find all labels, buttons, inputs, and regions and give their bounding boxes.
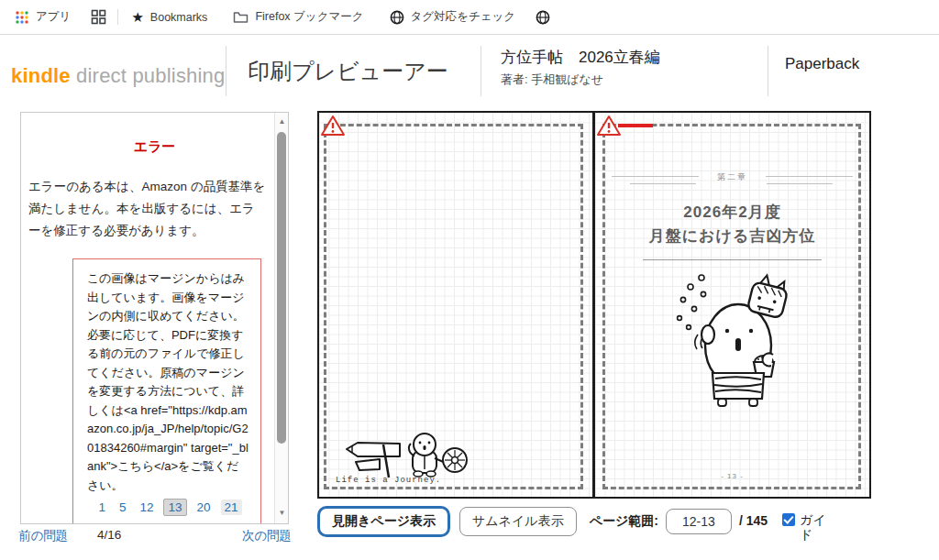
page-range-input[interactable] xyxy=(666,509,732,534)
issue-page-link-current[interactable]: 13 xyxy=(163,499,186,516)
bookmark-grid[interactable] xyxy=(91,9,106,25)
guide-toggle[interactable]: ガイド xyxy=(782,512,827,542)
bookmark-firefox-label: Firefox ブックマーク xyxy=(255,9,363,25)
print-preview-spread: Life is a Journey. 第二章 2026年2月度 月盤における吉凶… xyxy=(317,111,871,499)
bookmark-bookmarks-label: Bookmarks xyxy=(150,11,208,24)
preview-toolbar: 見開きページ表示 サムネイル表示 ページ範囲: / 145 ガイド xyxy=(317,506,827,542)
book-info: 方位手帖 2026立春編 著者: 手相観ばなせ xyxy=(501,47,660,88)
book-title: 方位手帖 2026立春編 xyxy=(501,47,660,68)
app-header: kindle direct publishing 印刷プレビューアー 方位手帖 … xyxy=(0,35,939,108)
grid-icon xyxy=(91,9,106,25)
chapter-rule xyxy=(766,176,853,177)
bookmarks-separator xyxy=(117,9,118,25)
header-separator xyxy=(481,46,481,96)
issue-counter: 4/16 xyxy=(97,528,121,542)
chapter-heading: 第二章 xyxy=(595,170,869,188)
preview-page-left: Life is a Journey. xyxy=(319,113,593,497)
page-title: 印刷プレビューアー xyxy=(248,57,448,86)
bookmark-firefox[interactable]: Firefox ブックマーク xyxy=(233,9,363,25)
issue-page-link[interactable]: 12 xyxy=(136,500,157,515)
header-separator xyxy=(768,46,768,96)
bookmark-apps-label: アプリ xyxy=(36,9,71,25)
thumbnail-view-button[interactable]: サムネイル表示 xyxy=(459,507,577,536)
bookmark-apps[interactable]: アプリ xyxy=(15,9,71,25)
total-pages-label: / 145 xyxy=(739,513,768,528)
journey-caption: Life is a Journey. xyxy=(336,476,441,485)
error-panel: エラー エラーのある本は、Amazon の品質基準を満たしません。本を出版するに… xyxy=(20,112,289,524)
preview-page-right: 第二章 2026年2月度 月盤における吉凶方位 xyxy=(595,113,869,497)
issue-page-link[interactable]: 1 xyxy=(94,500,109,515)
folder-icon xyxy=(233,11,249,24)
bookmark-globe[interactable] xyxy=(536,10,550,25)
bean-throwing-character-illustration xyxy=(667,270,800,412)
chapter-rule xyxy=(630,183,696,184)
spread-view-button[interactable]: 見開きページ表示 xyxy=(317,506,450,537)
kdp-logo-kindle: kindle xyxy=(11,64,71,87)
error-heading: エラー xyxy=(21,138,288,156)
next-issue-link[interactable]: 次の問題 xyxy=(242,528,292,544)
apps-grid-icon xyxy=(15,10,29,25)
kdp-logo-rest: direct publishing xyxy=(71,64,226,87)
title-underline xyxy=(643,259,822,260)
bookmark-tag-check[interactable]: タグ対応をチェック xyxy=(390,9,516,25)
scrollbar-up-icon[interactable]: ▲ xyxy=(275,117,289,126)
panel-scrollbar[interactable]: ▲ ▼ xyxy=(274,113,288,523)
scrollbar-thumb[interactable] xyxy=(277,132,286,444)
bookmarks-bar: アプリ ★ Bookmarks Firefox ブックマーク タグ対応をチェック xyxy=(0,0,939,35)
journey-character-illustration xyxy=(343,433,490,478)
issue-page-links: 1 5 12 13 20 21 xyxy=(87,499,249,516)
format-label: Paperback xyxy=(785,55,859,73)
checkbox-checked-icon[interactable] xyxy=(782,513,795,526)
globe-icon xyxy=(536,10,550,25)
issue-text: この画像はマージンからはみ出しています。画像をマージンの内側に収めてください。必… xyxy=(87,269,249,495)
issue-page-link[interactable]: 21 xyxy=(221,500,242,515)
issue-page-link[interactable]: 5 xyxy=(116,500,130,515)
page-range-label: ページ範囲: xyxy=(590,513,658,530)
chapter-label: 第二章 xyxy=(595,171,869,183)
warning-icon xyxy=(320,114,346,137)
kdp-logo[interactable]: kindle direct publishing xyxy=(11,64,225,88)
bookmark-bookmarks[interactable]: ★ Bookmarks xyxy=(131,10,207,24)
section-title: 2026年2月度 月盤における吉凶方位 xyxy=(595,201,869,248)
bookmark-tag-check-label: タグ対応をチェック xyxy=(411,9,516,25)
issue-page-link[interactable]: 20 xyxy=(193,500,215,515)
error-description: エラーのある本は、Amazon の品質基準を満たしません。本を出版するには、エラ… xyxy=(28,176,266,242)
prev-issue-link[interactable]: 前の問題 xyxy=(18,528,68,544)
page-number: - 13 - xyxy=(595,472,869,480)
book-author: 著者: 手相観ばなせ xyxy=(501,71,660,88)
issue-box: この画像はマージンからはみ出しています。画像をマージンの内側に収めてください。必… xyxy=(72,258,261,524)
scrollbar-down-icon[interactable]: ▼ xyxy=(275,509,289,517)
star-icon: ★ xyxy=(131,10,143,24)
globe-icon xyxy=(390,10,404,25)
margin-overflow-marker xyxy=(618,124,653,127)
guide-label: ガイド xyxy=(800,512,827,542)
header-separator xyxy=(226,46,226,96)
warning-icon xyxy=(596,114,622,137)
chapter-rule xyxy=(767,183,833,184)
